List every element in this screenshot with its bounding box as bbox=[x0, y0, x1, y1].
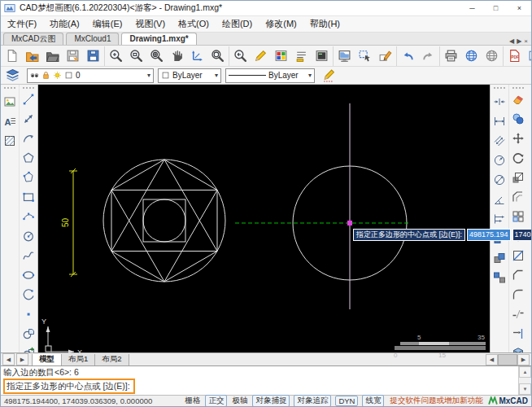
color-dropdown-icon[interactable]: ▾ bbox=[215, 72, 218, 79]
save-as-button[interactable] bbox=[83, 46, 103, 66]
linetype-select[interactable]: ByLayer ▾ bbox=[225, 68, 315, 83]
layer-manager-button[interactable] bbox=[2, 66, 23, 85]
line-button[interactable] bbox=[20, 90, 38, 109]
doc-tab-2[interactable]: Drawing1.mxg* bbox=[121, 33, 196, 45]
text-window-button[interactable] bbox=[312, 46, 332, 66]
status-toggle-3[interactable]: 对象捕捉 bbox=[252, 395, 290, 407]
save-button[interactable] bbox=[63, 46, 83, 66]
display-config-button[interactable] bbox=[334, 46, 355, 66]
draw-settings-button[interactable] bbox=[251, 46, 271, 66]
extend-button[interactable] bbox=[509, 324, 528, 344]
scroll-up-button[interactable]: ▲ bbox=[519, 366, 531, 378]
menu-item-7[interactable]: 帮助(H) bbox=[303, 16, 347, 32]
canvas-hscrollbar[interactable]: ◀ ▶ bbox=[486, 355, 530, 365]
status-toggle-5[interactable]: DYN bbox=[335, 396, 358, 406]
scroll-down-button[interactable]: ▼ bbox=[519, 383, 531, 395]
minimize-button[interactable]: ─ bbox=[460, 1, 484, 15]
export-pdf-button[interactable]: PDF bbox=[504, 46, 525, 66]
erase-button[interactable] bbox=[509, 90, 528, 109]
dim-aligned-button[interactable] bbox=[491, 131, 509, 151]
edit-brush-button[interactable] bbox=[375, 46, 395, 66]
open-file-button[interactable] bbox=[42, 46, 63, 66]
offset-button[interactable] bbox=[509, 187, 528, 207]
dim-quick-button[interactable] bbox=[491, 92, 509, 112]
rectangle-button[interactable] bbox=[20, 187, 38, 207]
color-select[interactable]: ByLayer ▾ bbox=[158, 68, 221, 83]
sheet-prev-button[interactable]: ◀ bbox=[2, 353, 15, 365]
menu-item-2[interactable]: 编辑(E) bbox=[86, 16, 129, 32]
print-button[interactable] bbox=[441, 46, 461, 66]
draworder-button[interactable] bbox=[319, 66, 339, 85]
polygon-edge-button[interactable] bbox=[20, 168, 38, 187]
feedback-link[interactable]: 提交软件问题或增加新功能 bbox=[390, 396, 482, 406]
layer-select[interactable]: 0 ▾ bbox=[27, 68, 154, 83]
mtext-button[interactable]: A bbox=[1, 112, 20, 131]
break-button[interactable] bbox=[509, 304, 528, 324]
zoom-window-button[interactable] bbox=[126, 46, 146, 66]
linetype-dropdown-icon[interactable]: ▾ bbox=[308, 72, 312, 79]
command-line-area[interactable]: 输入边的数目<6>: 6 指定正多边形的中心点或 [边(E)]: ▲ ▼ bbox=[1, 365, 531, 395]
array-button[interactable] bbox=[509, 207, 528, 226]
fillet-button[interactable] bbox=[509, 285, 528, 304]
close-button[interactable]: × bbox=[508, 1, 531, 15]
tab-next-button[interactable]: ▶ bbox=[517, 37, 521, 45]
hatch-button[interactable] bbox=[1, 131, 20, 151]
move-button[interactable] bbox=[509, 129, 528, 148]
status-toggle-6[interactable]: 线宽 bbox=[362, 395, 384, 407]
hscroll-thumb[interactable] bbox=[498, 354, 517, 365]
tab-prev-button[interactable]: ◀ bbox=[509, 37, 514, 45]
dim-linear-button[interactable] bbox=[491, 112, 509, 131]
publish-web-button[interactable] bbox=[461, 46, 482, 66]
redo-button[interactable] bbox=[418, 46, 438, 66]
maximize-button[interactable]: □ bbox=[484, 1, 508, 15]
dim-radius-button[interactable] bbox=[491, 151, 509, 170]
dynamic-input-y-field[interactable]: 174039.656 bbox=[512, 229, 532, 241]
web-settings-button[interactable] bbox=[482, 46, 502, 66]
toolbar-grip[interactable] bbox=[494, 87, 505, 91]
tab-close-button[interactable]: × bbox=[524, 37, 528, 45]
menu-item-6[interactable]: 修改(M) bbox=[259, 16, 303, 32]
chamfer-button[interactable] bbox=[509, 265, 528, 285]
insert-image-button[interactable] bbox=[1, 92, 20, 112]
open-web-drawing-button[interactable] bbox=[22, 46, 42, 66]
dim-baseline-button[interactable] bbox=[491, 209, 509, 229]
command-vscrollbar[interactable]: ▲ ▼ bbox=[518, 366, 531, 395]
zoom-previous-button[interactable] bbox=[230, 46, 251, 66]
menu-item-0[interactable]: 文件(F) bbox=[1, 16, 43, 32]
status-toggle-4[interactable]: 对象追踪 bbox=[294, 395, 331, 407]
drawing-canvas[interactable]: 50YX535015 指定正多边形的中心点或 [边(E)]: 498175.19… bbox=[38, 85, 490, 352]
arc-3pt-button[interactable] bbox=[20, 207, 38, 226]
pan-button[interactable] bbox=[167, 46, 187, 66]
toolbar-grip[interactable] bbox=[23, 87, 34, 89]
arc-button[interactable] bbox=[20, 129, 38, 148]
dim-angular-button[interactable] bbox=[491, 190, 509, 209]
doc-tab-0[interactable]: MxCAD云图 bbox=[3, 33, 63, 45]
menu-item-1[interactable]: 功能(A) bbox=[43, 16, 86, 32]
zoom-extents-button[interactable] bbox=[146, 46, 167, 66]
polyline-button[interactable] bbox=[20, 109, 38, 129]
polygon-button[interactable] bbox=[20, 148, 38, 168]
arc-continue-button[interactable] bbox=[20, 285, 38, 304]
trim-button[interactable] bbox=[509, 246, 528, 265]
circle-button[interactable] bbox=[20, 226, 38, 246]
copy-button[interactable] bbox=[509, 109, 528, 129]
ellipse-button[interactable] bbox=[20, 265, 38, 285]
export-image-button[interactable] bbox=[525, 46, 532, 66]
zoom-scale-button[interactable] bbox=[187, 46, 207, 66]
color-palette-button[interactable] bbox=[271, 46, 291, 66]
status-toggle-1[interactable]: 正交 bbox=[205, 395, 227, 407]
hscroll-right-button[interactable]: ▶ bbox=[517, 354, 530, 365]
spline-button[interactable] bbox=[20, 246, 38, 265]
menu-item-5[interactable]: 绘图(D) bbox=[216, 16, 259, 32]
layer-dropdown-icon[interactable]: ▾ bbox=[147, 72, 150, 79]
dynamic-input-x-field[interactable]: 498175.194 bbox=[467, 229, 511, 241]
scale-button[interactable] bbox=[509, 168, 528, 187]
new-file-button[interactable] bbox=[2, 46, 22, 66]
undo-button[interactable] bbox=[398, 46, 418, 66]
command-line-button[interactable] bbox=[291, 46, 312, 66]
rotate-button[interactable] bbox=[509, 148, 528, 168]
make-block-button[interactable] bbox=[20, 324, 38, 344]
status-toggle-0[interactable]: 栅格 bbox=[184, 396, 201, 406]
zoom-in-button[interactable] bbox=[106, 46, 126, 66]
toolbar-grip[interactable] bbox=[512, 87, 524, 89]
